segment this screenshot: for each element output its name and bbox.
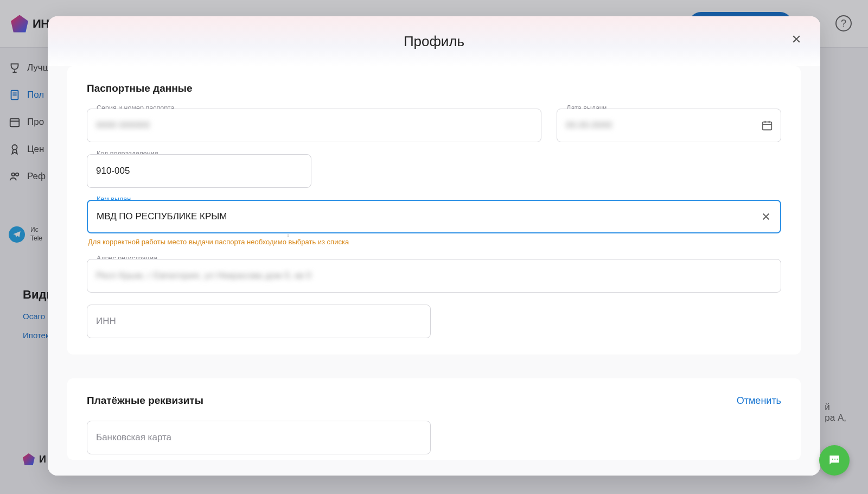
svg-point-19 (832, 459, 833, 460)
passport-date-field: Дата выдачи 00.00.0000 (557, 109, 781, 142)
dept-code-field: Код подразделения 910-005 (87, 154, 311, 188)
modal-close-button[interactable] (787, 29, 806, 49)
chat-icon (827, 453, 841, 467)
payment-cancel-button[interactable]: Отменить (737, 395, 781, 407)
issuer-helper-text: Для корректной работы место выдачи паспо… (87, 238, 781, 246)
payment-heading: Платёжные реквизиты (87, 395, 203, 407)
bank-card-input[interactable]: Банковская карта (87, 421, 431, 454)
chat-button[interactable] (819, 445, 850, 476)
calendar-icon[interactable] (761, 119, 773, 131)
passport-heading: Паспортные данные (87, 83, 781, 94)
bank-card-field: Банковская карта (87, 421, 431, 454)
text-cursor-icon (288, 230, 289, 241)
payment-section: Платёжные реквизиты Отменить Банковская … (67, 378, 801, 460)
modal-body[interactable]: Паспортные данные Серия и номер паспорта… (48, 66, 820, 476)
passport-section: Паспортные данные Серия и номер паспорта… (67, 66, 801, 354)
passport-series-field: Серия и номер паспорта 0000 000000 (87, 109, 541, 142)
inn-field: ИНН (87, 305, 431, 338)
modal-header: Профиль (48, 16, 820, 66)
passport-series-input[interactable]: 0000 000000 (87, 109, 541, 142)
address-input[interactable]: Респ Крым, г Евпатория, ул Некрасова дом… (87, 259, 781, 293)
inn-input[interactable]: ИНН (87, 305, 431, 338)
address-field: Адрес регистрации Респ Крым, г Евпатория… (87, 259, 781, 293)
svg-rect-10 (763, 122, 772, 130)
profile-modal: Профиль Паспортные данные Серия и номер … (48, 16, 820, 476)
close-icon (791, 34, 802, 45)
passport-date-input[interactable]: 00.00.0000 (557, 109, 781, 142)
svg-point-21 (837, 459, 838, 460)
issuer-field: Кем выдан МВД ПО РЕСПУБЛИКЕ КРЫМ (87, 200, 781, 233)
clear-icon (761, 212, 771, 221)
svg-point-20 (834, 459, 835, 460)
clear-issuer-button[interactable] (761, 211, 771, 222)
dept-code-input[interactable]: 910-005 (87, 154, 311, 188)
modal-title: Профиль (404, 33, 464, 50)
issuer-input[interactable]: МВД ПО РЕСПУБЛИКЕ КРЫМ (87, 200, 781, 233)
